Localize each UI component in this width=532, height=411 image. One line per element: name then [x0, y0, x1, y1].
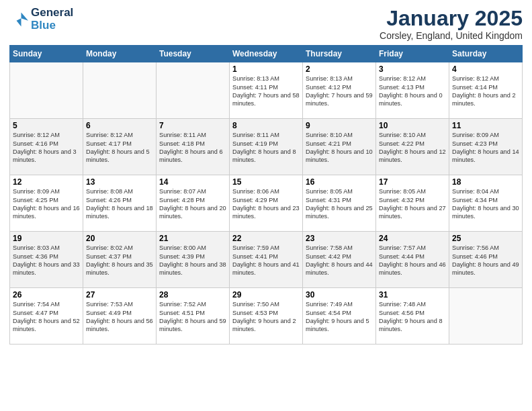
calendar-cell: 25Sunrise: 7:56 AM Sunset: 4:46 PM Dayli… [449, 232, 523, 288]
calendar-week: 5Sunrise: 8:12 AM Sunset: 4:16 PM Daylig… [10, 119, 523, 175]
calendar-cell: 17Sunrise: 8:05 AM Sunset: 4:32 PM Dayli… [376, 175, 449, 232]
calendar-cell: 19Sunrise: 8:03 AM Sunset: 4:36 PM Dayli… [10, 232, 83, 288]
calendar-cell: 23Sunrise: 7:58 AM Sunset: 4:42 PM Dayli… [303, 232, 376, 288]
calendar-cell: 30Sunrise: 7:49 AM Sunset: 4:54 PM Dayli… [303, 288, 376, 345]
weekday-header: Friday [376, 46, 449, 62]
calendar-body: 1Sunrise: 8:13 AM Sunset: 4:11 PM Daylig… [10, 62, 523, 345]
calendar-week: 19Sunrise: 8:03 AM Sunset: 4:36 PM Dayli… [10, 232, 523, 288]
weekday-header: Monday [83, 46, 157, 62]
cell-content: Sunrise: 7:49 AM Sunset: 4:54 PM Dayligh… [306, 300, 373, 334]
cell-content: Sunrise: 8:13 AM Sunset: 4:11 PM Dayligh… [232, 75, 300, 108]
calendar-cell: 11Sunrise: 8:09 AM Sunset: 4:23 PM Dayli… [449, 119, 523, 175]
calendar-cell: 31Sunrise: 7:48 AM Sunset: 4:56 PM Dayli… [376, 288, 449, 345]
cell-content: Sunrise: 8:09 AM Sunset: 4:25 PM Dayligh… [13, 187, 80, 221]
calendar-table: SundayMondayTuesdayWednesdayThursdayFrid… [9, 45, 523, 345]
calendar-cell [83, 62, 157, 119]
weekday-header: Tuesday [157, 46, 230, 62]
day-number: 16 [306, 177, 373, 187]
cell-content: Sunrise: 8:09 AM Sunset: 4:23 PM Dayligh… [452, 131, 519, 165]
logo-icon [9, 10, 28, 29]
cell-content: Sunrise: 8:12 AM Sunset: 4:16 PM Dayligh… [13, 131, 80, 165]
day-number: 28 [159, 290, 226, 300]
calendar-cell: 16Sunrise: 8:05 AM Sunset: 4:31 PM Dayli… [303, 175, 376, 232]
cell-content: Sunrise: 7:50 AM Sunset: 4:53 PM Dayligh… [232, 300, 300, 334]
day-number: 9 [306, 121, 373, 130]
cell-content: Sunrise: 7:53 AM Sunset: 4:49 PM Dayligh… [86, 300, 153, 334]
calendar-week: 12Sunrise: 8:09 AM Sunset: 4:25 PM Dayli… [10, 175, 523, 232]
day-number: 23 [306, 234, 373, 243]
cell-content: Sunrise: 8:04 AM Sunset: 4:34 PM Dayligh… [452, 187, 519, 221]
calendar-cell: 9Sunrise: 8:10 AM Sunset: 4:21 PM Daylig… [303, 119, 376, 175]
calendar-cell [10, 62, 83, 119]
calendar-cell [449, 288, 523, 345]
calendar-cell: 12Sunrise: 8:09 AM Sunset: 4:25 PM Dayli… [10, 175, 83, 232]
logo-text: General Blue [31, 7, 73, 32]
title-block: January 2025 Corsley, England, United Ki… [380, 7, 523, 41]
svg-marker-0 [17, 12, 29, 26]
calendar-cell: 21Sunrise: 8:00 AM Sunset: 4:39 PM Dayli… [157, 232, 230, 288]
cell-content: Sunrise: 7:48 AM Sunset: 4:56 PM Dayligh… [379, 300, 446, 334]
day-number: 13 [86, 177, 153, 187]
calendar-week: 1Sunrise: 8:13 AM Sunset: 4:11 PM Daylig… [10, 62, 523, 119]
calendar-cell: 6Sunrise: 8:12 AM Sunset: 4:17 PM Daylig… [83, 119, 157, 175]
cell-content: Sunrise: 8:08 AM Sunset: 4:26 PM Dayligh… [86, 187, 153, 221]
calendar-cell: 3Sunrise: 8:12 AM Sunset: 4:13 PM Daylig… [376, 62, 449, 119]
calendar-cell: 14Sunrise: 8:07 AM Sunset: 4:28 PM Dayli… [157, 175, 230, 232]
day-number: 22 [232, 234, 300, 243]
calendar-cell: 28Sunrise: 7:52 AM Sunset: 4:51 PM Dayli… [157, 288, 230, 345]
cell-content: Sunrise: 8:11 AM Sunset: 4:18 PM Dayligh… [159, 131, 226, 165]
calendar-cell: 27Sunrise: 7:53 AM Sunset: 4:49 PM Dayli… [83, 288, 157, 345]
cell-content: Sunrise: 8:12 AM Sunset: 4:14 PM Dayligh… [452, 75, 519, 108]
logo: General Blue [9, 7, 73, 32]
cell-content: Sunrise: 8:12 AM Sunset: 4:13 PM Dayligh… [379, 75, 446, 108]
header: General Blue January 2025 Corsley, Engla… [9, 7, 523, 41]
day-number: 20 [86, 234, 153, 243]
day-number: 3 [379, 64, 446, 74]
calendar-cell: 13Sunrise: 8:08 AM Sunset: 4:26 PM Dayli… [83, 175, 157, 232]
cell-content: Sunrise: 7:56 AM Sunset: 4:46 PM Dayligh… [452, 244, 519, 277]
day-number: 26 [13, 290, 80, 300]
location: Corsley, England, United Kingdom [380, 30, 523, 41]
calendar-cell: 4Sunrise: 8:12 AM Sunset: 4:14 PM Daylig… [449, 62, 523, 119]
cell-content: Sunrise: 8:12 AM Sunset: 4:17 PM Dayligh… [86, 131, 153, 165]
weekday-header: Thursday [303, 46, 376, 62]
calendar-cell: 5Sunrise: 8:12 AM Sunset: 4:16 PM Daylig… [10, 119, 83, 175]
day-number: 5 [13, 121, 80, 130]
day-number: 31 [379, 290, 446, 300]
calendar-cell: 15Sunrise: 8:06 AM Sunset: 4:29 PM Dayli… [230, 175, 303, 232]
cell-content: Sunrise: 8:10 AM Sunset: 4:21 PM Dayligh… [306, 131, 373, 165]
cell-content: Sunrise: 7:59 AM Sunset: 4:41 PM Dayligh… [232, 244, 300, 277]
day-number: 4 [452, 64, 519, 74]
cell-content: Sunrise: 7:54 AM Sunset: 4:47 PM Dayligh… [13, 300, 80, 334]
day-number: 7 [159, 121, 226, 130]
cell-content: Sunrise: 8:07 AM Sunset: 4:28 PM Dayligh… [159, 187, 226, 221]
cell-content: Sunrise: 7:58 AM Sunset: 4:42 PM Dayligh… [306, 244, 373, 277]
calendar-cell: 26Sunrise: 7:54 AM Sunset: 4:47 PM Dayli… [10, 288, 83, 345]
day-number: 12 [13, 177, 80, 187]
day-number: 10 [379, 121, 446, 130]
day-number: 24 [379, 234, 446, 243]
day-number: 6 [86, 121, 153, 130]
month-title: January 2025 [380, 7, 523, 30]
calendar-header: SundayMondayTuesdayWednesdayThursdayFrid… [10, 46, 523, 62]
day-number: 30 [306, 290, 373, 300]
cell-content: Sunrise: 8:11 AM Sunset: 4:19 PM Dayligh… [232, 131, 300, 165]
calendar-cell: 7Sunrise: 8:11 AM Sunset: 4:18 PM Daylig… [157, 119, 230, 175]
calendar-cell: 2Sunrise: 8:13 AM Sunset: 4:12 PM Daylig… [303, 62, 376, 119]
day-number: 17 [379, 177, 446, 187]
cell-content: Sunrise: 8:02 AM Sunset: 4:37 PM Dayligh… [86, 244, 153, 277]
calendar-week: 26Sunrise: 7:54 AM Sunset: 4:47 PM Dayli… [10, 288, 523, 345]
calendar-cell: 22Sunrise: 7:59 AM Sunset: 4:41 PM Dayli… [230, 232, 303, 288]
calendar-cell: 1Sunrise: 8:13 AM Sunset: 4:11 PM Daylig… [230, 62, 303, 119]
cell-content: Sunrise: 8:05 AM Sunset: 4:32 PM Dayligh… [379, 187, 446, 221]
cell-content: Sunrise: 8:10 AM Sunset: 4:22 PM Dayligh… [379, 131, 446, 165]
weekday-header: Wednesday [230, 46, 303, 62]
cell-content: Sunrise: 8:05 AM Sunset: 4:31 PM Dayligh… [306, 187, 373, 221]
cell-content: Sunrise: 8:03 AM Sunset: 4:36 PM Dayligh… [13, 244, 80, 277]
calendar-cell: 20Sunrise: 8:02 AM Sunset: 4:37 PM Dayli… [83, 232, 157, 288]
calendar-cell: 29Sunrise: 7:50 AM Sunset: 4:53 PM Dayli… [230, 288, 303, 345]
day-number: 15 [232, 177, 300, 187]
day-number: 18 [452, 177, 519, 187]
calendar-cell [157, 62, 230, 119]
cell-content: Sunrise: 8:00 AM Sunset: 4:39 PM Dayligh… [159, 244, 226, 277]
